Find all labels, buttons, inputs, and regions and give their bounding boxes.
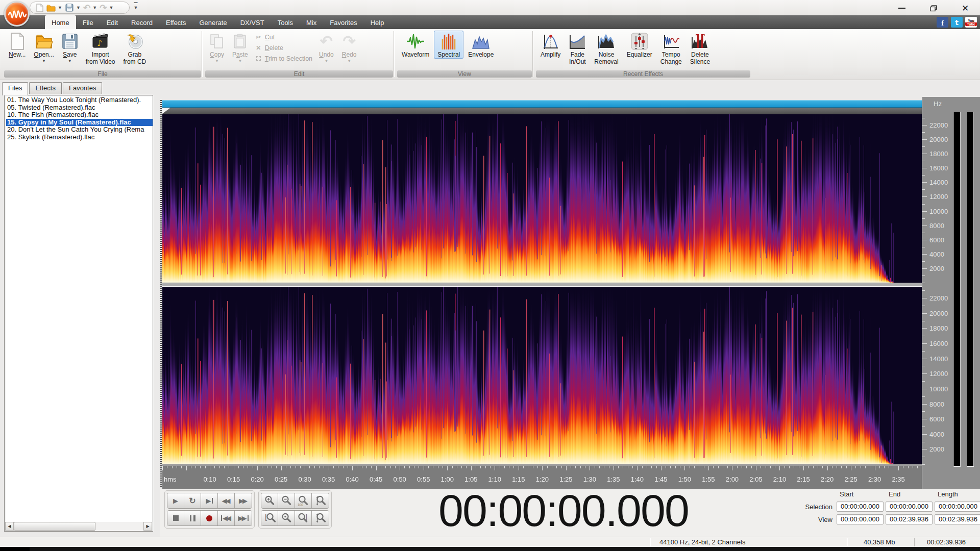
save-icon[interactable] bbox=[65, 3, 74, 12]
redo-dropdown-icon[interactable]: ▼ bbox=[109, 5, 114, 10]
paste-button[interactable]: Paste▼ bbox=[229, 31, 252, 64]
save-button[interactable]: Save▼ bbox=[59, 31, 81, 64]
sidebar-tab-favorites[interactable]: Favorites bbox=[63, 82, 102, 94]
menu-tab-mix[interactable]: Mix bbox=[300, 15, 323, 29]
zoom-selection-end-button[interactable]: ] bbox=[295, 511, 312, 525]
fast-forward-button[interactable]: ▶▶ bbox=[235, 493, 252, 508]
menu-tab-help[interactable]: Help bbox=[364, 15, 391, 29]
zoom-out-button[interactable] bbox=[278, 493, 295, 508]
minimize-button[interactable] bbox=[894, 3, 910, 13]
freq-label: 6000 bbox=[929, 415, 944, 423]
menu-tab-generate[interactable]: Generate bbox=[192, 15, 233, 29]
zoom-vertical-in-button[interactable] bbox=[312, 493, 329, 508]
go-to-start-button[interactable]: ◀◀ bbox=[218, 511, 235, 525]
open-dropdown-icon[interactable]: ▼ bbox=[58, 5, 63, 10]
overview-scroll-bar[interactable] bbox=[162, 100, 922, 108]
selection-start-field[interactable]: 00:00:00.000 bbox=[837, 502, 884, 512]
dropdown-icon[interactable]: ▼ bbox=[347, 59, 351, 63]
restore-button[interactable] bbox=[926, 3, 941, 13]
play-position-marker[interactable] bbox=[162, 108, 170, 114]
import-from-video-button[interactable]: ♪Importfrom Video bbox=[82, 31, 119, 66]
zoom-selection-start-button[interactable]: [ bbox=[261, 511, 278, 525]
selection-end-field[interactable]: 00:00:00.000 bbox=[886, 502, 933, 512]
file-list-horizontal-scrollbar[interactable]: ◀ ▶ bbox=[5, 522, 152, 531]
file-list-item[interactable]: 20. Don't Let the Sun Catch You Crying (… bbox=[6, 126, 153, 134]
spectrogram-channel-1[interactable] bbox=[162, 114, 922, 283]
sidebar-tab-files[interactable]: Files bbox=[2, 82, 28, 95]
dropdown-icon[interactable]: ▼ bbox=[238, 59, 242, 63]
undo-icon[interactable]: ↶ bbox=[83, 3, 90, 13]
zoom-full-button[interactable] bbox=[278, 511, 295, 525]
spectral-button[interactable]: Spectral bbox=[434, 31, 463, 59]
menu-tab-file[interactable]: File bbox=[76, 15, 100, 29]
copy-button[interactable]: Copy▼ bbox=[206, 31, 228, 64]
scroll-left-icon[interactable]: ◀ bbox=[5, 522, 14, 531]
pause-button[interactable] bbox=[184, 511, 201, 525]
menu-tab-record[interactable]: Record bbox=[125, 15, 159, 29]
menu-tab-dx-vst[interactable]: DX/VST bbox=[234, 15, 271, 29]
file-list-item[interactable]: 25. Skylark (Remastered).flac bbox=[6, 134, 153, 141]
save-dropdown-icon[interactable]: ▼ bbox=[76, 5, 81, 10]
file-list-item[interactable]: 05. Twisted (Remastered).flac bbox=[6, 104, 153, 112]
go-to-end-button[interactable]: ▶▶ bbox=[235, 511, 252, 525]
waveform-button[interactable]: Waveform bbox=[398, 31, 433, 59]
delete-silence-button[interactable]: DeleteSilence bbox=[687, 31, 714, 66]
amplify-button[interactable]: Amplify bbox=[537, 31, 564, 59]
zoom-vertical-out-button[interactable] bbox=[312, 511, 329, 525]
redo-icon[interactable]: ↷ bbox=[100, 3, 107, 13]
customize-quick-access-icon[interactable]: ▔▼ bbox=[133, 4, 139, 11]
dropdown-icon[interactable]: ▼ bbox=[324, 59, 328, 63]
menu-tab-home[interactable]: Home bbox=[45, 15, 76, 29]
dropdown-icon[interactable]: ▼ bbox=[42, 59, 46, 63]
trim-to-selection-button[interactable]: Trim to Selection bbox=[255, 55, 312, 62]
scrollbar-thumb[interactable] bbox=[14, 522, 95, 531]
delete-button[interactable]: ✕Delete bbox=[255, 44, 312, 52]
view-end-field[interactable]: 00:02:39.936 bbox=[886, 514, 933, 524]
zoom-row1: 100 bbox=[261, 493, 329, 509]
loop-button[interactable]: ↻ bbox=[184, 493, 201, 508]
menu-tab-effects[interactable]: Effects bbox=[159, 15, 193, 29]
cut-button[interactable]: ✂Cut bbox=[255, 34, 312, 41]
marker-strip[interactable] bbox=[162, 108, 922, 114]
file-list-item[interactable]: 01. The Way You Look Tonight (Remastered… bbox=[6, 96, 153, 104]
undo-dropdown-icon[interactable]: ▼ bbox=[92, 5, 97, 10]
zoom-in-button[interactable] bbox=[261, 493, 278, 508]
view-length-field[interactable]: 00:02:39.936 bbox=[935, 514, 980, 524]
close-button[interactable]: ✕ bbox=[958, 3, 973, 13]
record-button[interactable] bbox=[201, 511, 218, 525]
file-list-item[interactable]: 10. The Fish (Remastered).flac bbox=[6, 111, 153, 119]
play-to-end-button[interactable]: ▶ bbox=[201, 493, 218, 508]
undo-button[interactable]: ↶Undo▼ bbox=[315, 31, 337, 64]
zoom-controls: 100 [] bbox=[258, 490, 332, 529]
dropdown-icon[interactable]: ▼ bbox=[215, 59, 219, 63]
redo-button[interactable]: ↷Redo▼ bbox=[338, 31, 360, 64]
app-logo[interactable] bbox=[4, 1, 30, 27]
dropdown-icon[interactable]: ▼ bbox=[68, 59, 72, 63]
menu-tab-favorites[interactable]: Favorites bbox=[323, 15, 363, 29]
new-file-icon[interactable] bbox=[35, 3, 44, 12]
twitter-icon[interactable]: t bbox=[951, 17, 963, 28]
zoom-100-button[interactable]: 100 bbox=[295, 493, 312, 508]
facebook-icon[interactable]: f bbox=[937, 17, 948, 28]
open-folder-icon[interactable] bbox=[46, 3, 56, 12]
open-button[interactable]: Open...▼ bbox=[30, 31, 57, 64]
new-button[interactable]: New... bbox=[5, 31, 29, 59]
scroll-right-icon[interactable]: ▶ bbox=[143, 522, 152, 531]
tempo-change-button[interactable]: TempoChange bbox=[657, 31, 685, 66]
equalizer-button[interactable]: Equalizer bbox=[623, 31, 656, 59]
file-list-item[interactable]: 15. Gypsy in My Soul (Remastered).flac bbox=[6, 119, 153, 127]
selection-length-field[interactable]: 00:00:00.000 bbox=[935, 502, 980, 512]
view-start-field[interactable]: 00:00:00.000 bbox=[837, 514, 884, 524]
stop-button[interactable] bbox=[167, 511, 184, 525]
youtube-icon[interactable]: YouTube bbox=[965, 17, 977, 28]
noise-removal-button[interactable]: NoiseRemoval bbox=[591, 31, 622, 66]
menu-tab-tools[interactable]: Tools bbox=[271, 15, 300, 29]
grab-from-cd-button[interactable]: Grabfrom CD bbox=[120, 31, 150, 66]
envelope-button[interactable]: Envelope bbox=[464, 31, 497, 59]
fade-in-out-button[interactable]: FadeIn/Out bbox=[565, 31, 590, 66]
play-button[interactable]: ▶ bbox=[167, 493, 184, 508]
spectrogram-channel-2[interactable] bbox=[162, 287, 922, 464]
sidebar-tab-effects[interactable]: Effects bbox=[29, 82, 62, 94]
rewind-button[interactable]: ◀◀ bbox=[218, 493, 235, 508]
menu-tab-edit[interactable]: Edit bbox=[100, 15, 125, 29]
